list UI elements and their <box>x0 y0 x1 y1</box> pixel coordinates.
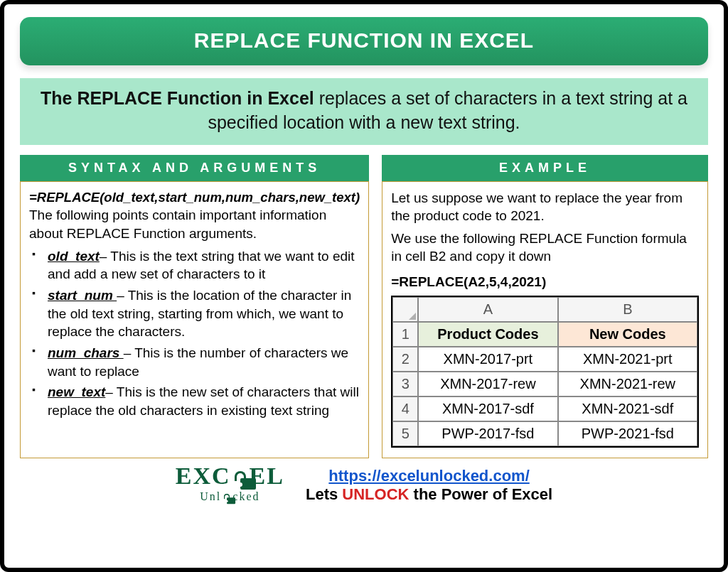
tag-post: the Power of Excel <box>409 485 552 503</box>
arg-item: new_text– This is the new set of charact… <box>29 383 360 419</box>
arg-name: new_text <box>48 384 105 399</box>
syntax-panel: =REPLACE(old_text,start_num,num_chars,ne… <box>20 181 369 458</box>
syntax-intro: The following points contain important i… <box>29 206 360 242</box>
cell-b: XMN-2021-sdf <box>558 396 697 421</box>
arg-name: old_text <box>48 249 100 264</box>
example-column: EXAMPLE Let us suppose we want to replac… <box>382 155 708 458</box>
cell-a: PWP-2017-fsd <box>418 421 557 446</box>
row-header: 2 <box>392 347 418 372</box>
arg-item: start_num – This is the location of the … <box>29 286 360 341</box>
example-header: EXAMPLE <box>382 155 708 181</box>
syntax-header: SYNTAX AND ARGUMENTS <box>20 155 369 181</box>
arg-name: start_num <box>48 288 117 303</box>
row-header: 1 <box>392 322 418 347</box>
tag-pre: Lets <box>306 485 342 503</box>
example-formula: =REPLACE(A2,5,4,2021) <box>391 273 699 291</box>
row-header: 5 <box>392 421 418 446</box>
cell-b: PWP-2021-fsd <box>558 421 697 446</box>
row-header: 4 <box>392 396 418 421</box>
summary-banner: The REPLACE Function in Excel replaces a… <box>20 78 708 145</box>
lock-icon <box>223 494 231 504</box>
syntax-column: SYNTAX AND ARGUMENTS =REPLACE(old_text,s… <box>20 155 369 458</box>
example-p1: Let us suppose we want to replace the ye… <box>391 189 699 225</box>
cell-a: XMN-2017-prt <box>418 347 557 372</box>
logo: EXC EL Unl cked <box>176 463 284 508</box>
table-header-b: New Codes <box>558 322 697 347</box>
table-header-a: Product Codes <box>418 322 557 347</box>
col-header-a: A <box>418 297 557 322</box>
logo-sub-left: Unl <box>200 490 221 503</box>
cell-a: XMN-2017-sdf <box>418 396 557 421</box>
table-row: 5 PWP-2017-fsd PWP-2021-fsd <box>392 421 697 446</box>
select-all-corner <box>392 297 418 322</box>
table-row: 3 XMN-2017-rew XMN-2021-rew <box>392 372 697 396</box>
footer-link[interactable]: https://excelunlocked.com/ <box>328 467 529 485</box>
table-row: 2 XMN-2017-prt XMN-2021-prt <box>392 347 697 372</box>
summary-bold: The REPLACE Function in Excel <box>41 88 314 108</box>
row-header: 3 <box>392 372 418 396</box>
argument-list: old_text– This is the text string that w… <box>29 247 360 420</box>
excel-table: A B 1 Product Codes New Codes 2 XMN-2017… <box>391 296 699 448</box>
cell-a: XMN-2017-rew <box>418 372 557 396</box>
footer-tagline: Lets UNLOCK the Power of Excel <box>306 485 552 504</box>
footer-text: https://excelunlocked.com/ Lets UNLOCK t… <box>306 467 552 504</box>
footer: EXC EL Unl cked https://excelunlocked.co… <box>20 463 708 508</box>
lock-icon <box>232 471 248 490</box>
logo-text-left: EXC <box>176 463 231 490</box>
col-header-b: B <box>558 297 697 322</box>
syntax-formula: =REPLACE(old_text,start_num,num_chars,ne… <box>29 189 360 207</box>
arg-name: num_chars <box>48 345 124 360</box>
page-title: REPLACE FUNCTION IN EXCEL <box>20 17 708 65</box>
arg-item: num_chars – This is the number of charac… <box>29 344 360 380</box>
cell-b: XMN-2021-prt <box>558 347 697 372</box>
tag-unlock: UNLOCK <box>342 485 409 503</box>
cell-b: XMN-2021-rew <box>558 372 697 396</box>
example-p2: We use the following REPLACE Function fo… <box>391 230 699 266</box>
logo-sub-right: cked <box>232 490 259 503</box>
arg-item: old_text– This is the text string that w… <box>29 247 360 284</box>
table-row: 4 XMN-2017-sdf XMN-2021-sdf <box>392 396 697 421</box>
example-panel: Let us suppose we want to replace the ye… <box>382 181 708 458</box>
